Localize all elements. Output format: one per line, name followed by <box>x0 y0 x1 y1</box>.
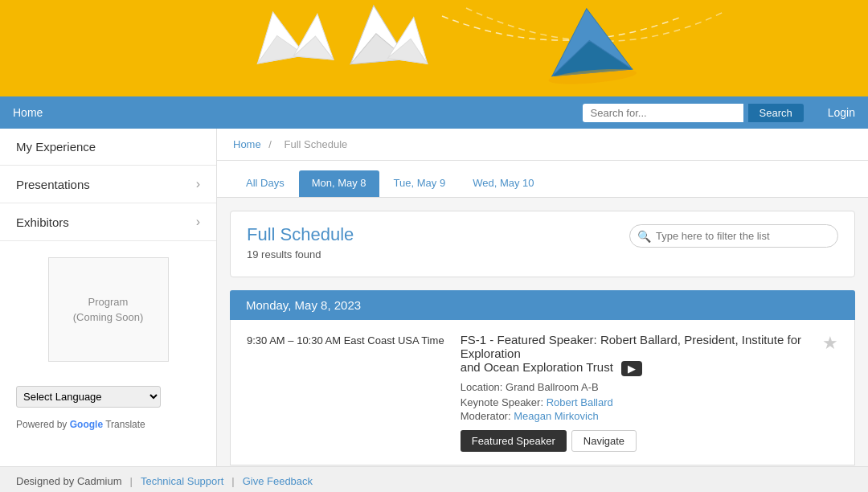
session-location: Location: Grand Ballroom A-B <box>461 381 806 393</box>
search-button[interactable]: Search <box>748 104 804 122</box>
language-selector-container: Select Language <box>0 378 216 416</box>
schedule-tabs: All Days Mon, May 8 Tue, May 9 Wed, May … <box>217 161 868 198</box>
sidebar: My Experience Presentations › Exhibitors… <box>0 129 217 466</box>
chevron-right-icon: › <box>196 177 200 191</box>
sidebar-item-my-experience[interactable]: My Experience <box>0 129 216 166</box>
session-details: FS-1 - Featured Speaker: Robert Ballard,… <box>461 333 806 452</box>
navigate-button[interactable]: Navigate <box>571 430 637 452</box>
translate-label: Powered by Google Translate <box>0 416 216 433</box>
breadcrumb: Home / Full Schedule <box>217 129 868 161</box>
moderator-link[interactable]: Meagan Mirkovich <box>514 410 599 422</box>
chevron-right-icon: › <box>196 215 200 229</box>
footer-links: Designed by Cadmium | Technical Support … <box>16 475 852 487</box>
main-layout: My Experience Presentations › Exhibitors… <box>0 129 868 466</box>
google-logo: Google <box>70 419 103 430</box>
tab-wed-may-10[interactable]: Wed, May 10 <box>460 170 547 197</box>
navbar: Home Search Login <box>0 96 868 129</box>
session-actions: Featured Speaker Navigate <box>461 430 806 452</box>
tab-mon-may-8[interactable]: Mon, May 8 <box>299 170 379 197</box>
language-select[interactable]: Select Language <box>16 386 161 408</box>
footer: Designed by Cadmium | Technical Support … <box>0 466 868 492</box>
svg-rect-0 <box>0 0 868 96</box>
navbar-search: Search <box>583 104 804 122</box>
sidebar-item-presentations[interactable]: Presentations › <box>0 166 216 203</box>
schedule-header: Full Schedule 19 results found 🔍 <box>247 224 838 260</box>
schedule-panel: Full Schedule 19 results found 🔍 <box>230 211 855 277</box>
filter-search-icon: 🔍 <box>637 230 651 243</box>
play-button[interactable]: ▶ <box>621 361 642 376</box>
day-header: Monday, May 8, 2023 <box>230 290 855 320</box>
moderator: Moderator: Meagan Mirkovich <box>461 410 806 422</box>
filter-input[interactable] <box>629 224 838 248</box>
login-button[interactable]: Login <box>828 106 855 119</box>
session-row: 9:30 AM – 10:30 AM East Coast USA Time F… <box>230 320 855 465</box>
content-area: Home / Full Schedule All Days Mon, May 8… <box>217 129 868 466</box>
results-count: 19 results found <box>247 248 354 260</box>
schedule-title: Full Schedule <box>247 224 354 245</box>
session-time: 9:30 AM – 10:30 AM East Coast USA Time <box>247 333 444 349</box>
footer-sep-1: | <box>130 475 133 487</box>
program-coming-soon: Program (Coming Soon) <box>48 257 169 362</box>
schedule-filter: 🔍 <box>629 224 838 248</box>
footer-sep-2: | <box>231 475 234 487</box>
tab-tue-may-9[interactable]: Tue, May 9 <box>381 170 459 197</box>
session-title: FS-1 - Featured Speaker: Robert Ballard,… <box>461 333 806 376</box>
breadcrumb-separator: / <box>268 138 272 150</box>
banner <box>0 0 868 96</box>
footer-technical-support[interactable]: Technical Support <box>141 475 223 487</box>
breadcrumb-current: Full Schedule <box>285 138 348 150</box>
favorite-star-button[interactable]: ★ <box>822 333 838 354</box>
featured-speaker-button[interactable]: Featured Speaker <box>461 430 567 452</box>
keynote-speaker: Keynote Speaker: Robert Ballard <box>461 396 806 408</box>
search-input[interactable] <box>583 104 743 122</box>
nav-home[interactable]: Home <box>13 106 43 119</box>
footer-designed-by: Designed by Cadmium <box>16 475 122 487</box>
sidebar-item-exhibitors[interactable]: Exhibitors › <box>0 203 216 241</box>
breadcrumb-home[interactable]: Home <box>233 138 261 150</box>
banner-decoration <box>0 0 868 96</box>
tab-all-days[interactable]: All Days <box>233 170 297 197</box>
footer-give-feedback[interactable]: Give Feedback <box>243 475 313 487</box>
keynote-speaker-link[interactable]: Robert Ballard <box>547 396 613 408</box>
